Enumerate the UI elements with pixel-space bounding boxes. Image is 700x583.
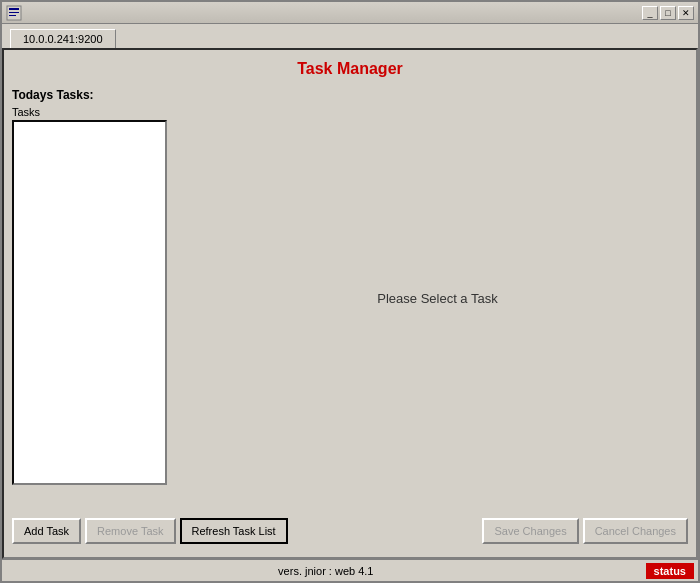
task-list-box[interactable] (12, 120, 167, 485)
remove-task-button[interactable]: Remove Task (85, 518, 175, 544)
close-button[interactable]: ✕ (678, 6, 694, 20)
minimize-button[interactable]: _ (642, 6, 658, 20)
tab-label: 10.0.0.241:9200 (23, 33, 103, 45)
tab-bar: 10.0.0.241:9200 (2, 24, 698, 48)
tasks-panel-label: Tasks (12, 106, 187, 118)
refresh-task-list-button[interactable]: Refresh Task List (180, 518, 288, 544)
title-bar-controls: _ □ ✕ (642, 6, 694, 20)
status-badge: status (646, 563, 694, 579)
select-task-message: Please Select a Task (377, 291, 497, 306)
svg-rect-1 (9, 8, 19, 10)
add-task-button[interactable]: Add Task (12, 518, 81, 544)
connection-tab[interactable]: 10.0.0.241:9200 (10, 29, 116, 48)
title-bar: _ □ ✕ (2, 2, 698, 24)
btn-group-left: Add Task Remove Task Refresh Task List (12, 518, 288, 544)
btn-group-right: Save Changes Cancel Changes (482, 518, 688, 544)
svg-rect-3 (9, 15, 16, 16)
right-panel: Please Select a Task (187, 88, 688, 509)
content-area: Todays Tasks: Tasks Please Select a Task (12, 88, 688, 509)
main-window: _ □ ✕ 10.0.0.241:9200 Task Manager Today… (0, 0, 700, 583)
save-changes-button[interactable]: Save Changes (482, 518, 578, 544)
page-title: Task Manager (12, 60, 688, 78)
main-content: Task Manager Todays Tasks: Tasks Please … (2, 48, 698, 559)
status-bar: vers. jnior : web 4.1 status (2, 559, 698, 581)
todays-tasks-label: Todays Tasks: (12, 88, 187, 102)
maximize-button[interactable]: □ (660, 6, 676, 20)
title-bar-left (6, 5, 22, 21)
version-text: vers. jnior : web 4.1 (6, 565, 646, 577)
app-icon (6, 5, 22, 21)
cancel-changes-button[interactable]: Cancel Changes (583, 518, 688, 544)
bottom-buttons: Add Task Remove Task Refresh Task List S… (12, 509, 688, 549)
svg-rect-2 (9, 12, 19, 13)
left-panel: Todays Tasks: Tasks (12, 88, 187, 509)
